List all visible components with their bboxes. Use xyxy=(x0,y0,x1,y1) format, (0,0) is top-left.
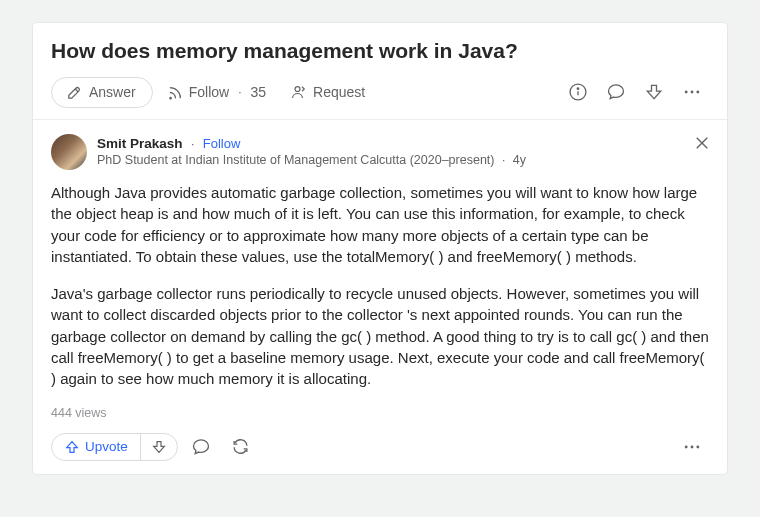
author-meta: Smit Prakash · Follow PhD Student at Ind… xyxy=(97,134,526,170)
arrow-down-icon xyxy=(151,439,167,455)
request-label: Request xyxy=(313,84,365,100)
follow-count: 35 xyxy=(251,84,267,100)
comment-icon xyxy=(606,82,626,102)
refresh-icon xyxy=(231,437,250,456)
svg-point-11 xyxy=(696,445,699,448)
close-button[interactable] xyxy=(693,134,711,152)
svg-point-10 xyxy=(691,445,694,448)
answer-more-button[interactable] xyxy=(675,430,709,464)
dots-icon xyxy=(682,82,702,102)
svg-point-0 xyxy=(295,87,300,92)
view-count: 444 views xyxy=(51,406,709,420)
answer-paragraph: Java's garbage collector runs periodical… xyxy=(51,283,709,389)
answer-age[interactable]: 4y xyxy=(513,153,526,167)
share-button[interactable] xyxy=(224,430,258,464)
rss-icon xyxy=(167,84,184,101)
info-button[interactable] xyxy=(561,75,595,109)
arrow-up-icon xyxy=(64,439,80,455)
answer-button[interactable]: Answer xyxy=(51,77,153,108)
avatar[interactable] xyxy=(51,134,87,170)
more-button[interactable] xyxy=(675,75,709,109)
svg-point-4 xyxy=(685,91,688,94)
comment-icon xyxy=(191,437,211,457)
question-header: How does memory management work in Java?… xyxy=(33,23,727,120)
answer-text: Although Java provides automatic garbage… xyxy=(51,182,709,390)
follow-author-link[interactable]: Follow xyxy=(203,136,241,151)
author-credential: PhD Student at Indian Institute of Manag… xyxy=(97,153,526,167)
qa-card: How does memory management work in Java?… xyxy=(32,22,728,475)
vote-group: Upvote xyxy=(51,433,178,461)
comments-button[interactable] xyxy=(599,75,633,109)
author-row: Smit Prakash · Follow PhD Student at Ind… xyxy=(51,134,709,170)
downvote-question-button[interactable] xyxy=(637,75,671,109)
close-icon xyxy=(693,134,711,152)
info-icon xyxy=(568,82,588,102)
dots-icon xyxy=(682,437,702,457)
person-request-icon xyxy=(290,83,308,101)
svg-point-9 xyxy=(685,445,688,448)
follow-button[interactable]: Follow · 35 xyxy=(157,79,276,106)
svg-point-5 xyxy=(691,91,694,94)
pencil-icon xyxy=(66,84,83,101)
svg-point-3 xyxy=(577,88,579,90)
answer-paragraph: Although Java provides automatic garbage… xyxy=(51,182,709,267)
question-actions: Answer Follow · 35 Request xyxy=(51,75,709,109)
answer-label: Answer xyxy=(89,84,136,100)
arrow-down-icon xyxy=(644,82,664,102)
upvote-label: Upvote xyxy=(85,439,128,454)
author-name[interactable]: Smit Prakash xyxy=(97,136,183,151)
answer-body: Smit Prakash · Follow PhD Student at Ind… xyxy=(33,120,727,474)
answer-comments-button[interactable] xyxy=(184,430,218,464)
downvote-button[interactable] xyxy=(141,434,177,460)
question-title[interactable]: How does memory management work in Java? xyxy=(51,39,709,63)
request-button[interactable]: Request xyxy=(280,78,375,106)
svg-point-6 xyxy=(696,91,699,94)
answer-footer: Upvote xyxy=(51,430,709,464)
upvote-button[interactable]: Upvote xyxy=(52,434,141,460)
follow-label: Follow xyxy=(189,84,229,100)
